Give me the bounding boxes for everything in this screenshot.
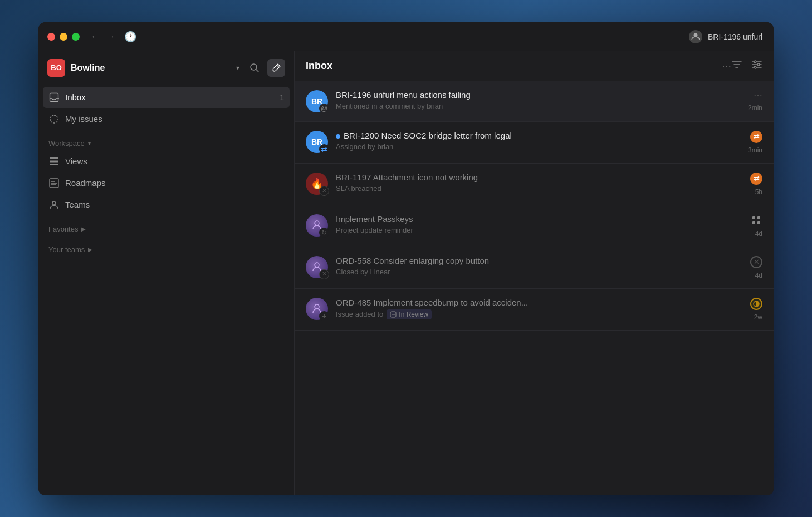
refresh-badge-4: ↻ bbox=[319, 228, 329, 238]
item-meta-3: ⇄ 5h bbox=[750, 173, 762, 196]
item-body-5: ORD-558 Consider enlarging copy button C… bbox=[336, 256, 742, 276]
workspace-chevron-icon[interactable]: ▾ bbox=[236, 64, 239, 72]
maximize-button[interactable] bbox=[72, 33, 80, 41]
item-time-6: 2w bbox=[754, 313, 762, 321]
traffic-lights bbox=[47, 33, 80, 41]
user-avatar-icon bbox=[689, 30, 702, 43]
main-content: BO Bowline ▾ bbox=[38, 51, 774, 495]
avatar-wrap-5: ✕ bbox=[306, 256, 328, 278]
sidebar-item-my-issues[interactable]: My issues bbox=[43, 109, 290, 130]
avatar-wrap-4: ↻ bbox=[306, 214, 328, 237]
status-icon-4 bbox=[750, 214, 762, 227]
forward-button[interactable]: → bbox=[106, 32, 115, 42]
svg-point-18 bbox=[757, 63, 760, 66]
item-title-5: ORD-558 Consider enlarging copy button bbox=[336, 256, 742, 265]
workspace-section-arrow: ▾ bbox=[88, 140, 91, 146]
svg-rect-20 bbox=[752, 216, 755, 219]
svg-rect-5 bbox=[50, 115, 58, 123]
settings-tool-button[interactable] bbox=[751, 59, 762, 73]
favorites-label: Favorites bbox=[48, 225, 78, 233]
close-button[interactable] bbox=[47, 33, 55, 41]
svg-rect-6 bbox=[50, 157, 58, 159]
my-issues-icon bbox=[48, 114, 60, 125]
views-icon bbox=[48, 156, 60, 167]
sidebar-item-roadmaps[interactable]: Roadmaps bbox=[43, 173, 290, 194]
history-button[interactable]: 🕐 bbox=[124, 31, 136, 43]
sidebar-item-inbox[interactable]: Inbox 1 bbox=[43, 87, 290, 108]
main-panel: Inbox ··· BR @ bbox=[295, 51, 774, 495]
favorites-section-header[interactable]: Favorites ▶ bbox=[43, 216, 290, 237]
in-review-badge: In Review bbox=[387, 309, 432, 319]
item-body-6: ORD-485 Implement speedbump to avoid acc… bbox=[336, 298, 742, 319]
inbox-item-6[interactable]: + ORD-485 Implement speedbump to avoid a… bbox=[295, 289, 774, 331]
your-teams-section-header[interactable]: Your teams ▶ bbox=[43, 237, 290, 257]
inbox-item-1[interactable]: BR @ BRI-1196 unfurl menu actions failin… bbox=[295, 81, 774, 122]
item-meta-4: 4d bbox=[750, 214, 762, 238]
workspace-section-label: Workspace bbox=[48, 139, 85, 147]
nav-buttons: ← → 🕐 bbox=[91, 31, 136, 43]
workspace-avatar[interactable]: BO bbox=[47, 59, 65, 77]
svg-line-2 bbox=[256, 70, 258, 72]
my-issues-label: My issues bbox=[65, 114, 284, 124]
item-meta-5: ✕ 4d bbox=[750, 256, 762, 279]
svg-rect-22 bbox=[752, 221, 755, 224]
item-time-2: 3min bbox=[748, 146, 762, 154]
workspace-section-header: Workspace ▾ bbox=[43, 130, 290, 151]
avatar-wrap-1: BR @ bbox=[306, 90, 328, 112]
titlebar-right: BRI-1196 unfurl bbox=[689, 30, 762, 43]
item-title-4: Implement Passkeys bbox=[336, 214, 742, 224]
sidebar-nav: Inbox 1 My issues Workspace ▾ bbox=[38, 85, 294, 495]
item-subtitle-5: Closed by Linear bbox=[336, 268, 742, 276]
avatar-wrap-2: BR ⇄ bbox=[306, 131, 328, 153]
your-teams-arrow: ▶ bbox=[88, 247, 92, 253]
inbox-badge: 1 bbox=[273, 93, 284, 102]
item-time-4: 4d bbox=[755, 230, 762, 238]
titlebar: ← → 🕐 BRI-1196 unfurl bbox=[38, 22, 774, 51]
minimize-button[interactable] bbox=[60, 33, 67, 41]
assign-badge-2: ⇄ bbox=[319, 144, 329, 154]
panel-header: Inbox ··· bbox=[295, 51, 774, 81]
item-meta-2: ⇄ 3min bbox=[748, 131, 762, 154]
back-button[interactable]: ← bbox=[91, 32, 100, 42]
item-meta-6: 2w bbox=[750, 298, 762, 321]
item-title-6: ORD-485 Implement speedbump to avoid acc… bbox=[336, 298, 742, 307]
inbox-item-4[interactable]: ↻ Implement Passkeys Project update remi… bbox=[295, 205, 774, 247]
svg-rect-4 bbox=[50, 93, 58, 101]
search-button[interactable] bbox=[245, 59, 263, 77]
inbox-item-5[interactable]: ✕ ORD-558 Consider enlarging copy button… bbox=[295, 247, 774, 289]
inbox-item-3[interactable]: 🔥 ✕ BRI-1197 Attachment icon not working… bbox=[295, 164, 774, 205]
item-title-1: BRI-1196 unfurl menu actions failing bbox=[336, 90, 740, 100]
compose-button[interactable] bbox=[267, 59, 285, 77]
svg-point-19 bbox=[754, 66, 756, 68]
item-subtitle-2: Assigned by brian bbox=[336, 142, 740, 151]
mention-badge-1: @ bbox=[319, 104, 329, 114]
teams-icon bbox=[48, 199, 60, 210]
inbox-list: BR @ BRI-1196 unfurl menu actions failin… bbox=[295, 81, 774, 495]
panel-more-button[interactable]: ··· bbox=[722, 60, 731, 72]
item-body-1: BRI-1196 unfurl menu actions failing Men… bbox=[336, 90, 740, 110]
status-icon-2: ⇄ bbox=[750, 131, 762, 143]
teams-label: Teams bbox=[65, 200, 284, 209]
item-title-2: BRI-1200 Need SOC2 bridge letter from le… bbox=[336, 131, 740, 140]
item-subtitle-1: Mentioned in a comment by brian bbox=[336, 102, 740, 110]
item-time-1: 2min bbox=[748, 104, 762, 112]
svg-rect-23 bbox=[757, 221, 760, 224]
svg-rect-7 bbox=[50, 160, 58, 162]
item-time-3: 5h bbox=[755, 188, 762, 196]
sidebar-item-teams[interactable]: Teams bbox=[43, 194, 290, 215]
favorites-arrow: ▶ bbox=[81, 226, 86, 232]
workspace-name: Bowline bbox=[71, 63, 231, 73]
loading-indicator-1: ⋯ bbox=[754, 90, 762, 101]
roadmaps-icon bbox=[48, 178, 60, 189]
item-body-2: BRI-1200 Need SOC2 bridge letter from le… bbox=[336, 131, 740, 151]
close-badge-5: ✕ bbox=[319, 269, 329, 279]
avatar-wrap-6: + bbox=[306, 298, 328, 320]
sidebar-header: BO Bowline ▾ bbox=[38, 51, 294, 85]
your-teams-label: Your teams bbox=[48, 245, 85, 254]
roadmaps-label: Roadmaps bbox=[65, 178, 284, 188]
svg-rect-8 bbox=[50, 164, 58, 165]
item-body-4: Implement Passkeys Project update remind… bbox=[336, 214, 742, 234]
sidebar-item-views[interactable]: Views bbox=[43, 151, 290, 172]
inbox-item-2[interactable]: BR ⇄ BRI-1200 Need SOC2 bridge letter fr… bbox=[295, 122, 774, 164]
filter-button[interactable] bbox=[731, 59, 742, 73]
